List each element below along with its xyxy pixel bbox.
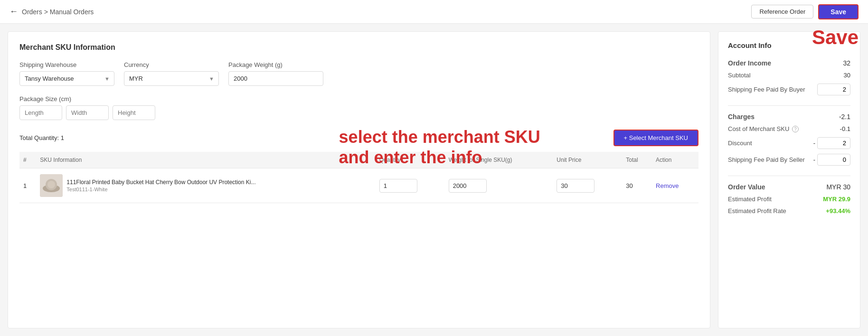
reference-order-button[interactable]: Reference Order bbox=[751, 5, 813, 19]
order-income-section: Order Income 32 Subtotal 30 Shipping Fee… bbox=[728, 57, 850, 98]
sku-info-inner: 111Floral Printed Baby Bucket Hat Cherry… bbox=[40, 174, 371, 197]
sku-thumbnail bbox=[40, 174, 63, 197]
subtotal-row: Subtotal 30 bbox=[728, 69, 850, 81]
col-index: # bbox=[19, 152, 36, 168]
estimated-profit-label: Estimated Profit bbox=[728, 196, 772, 203]
divider-2 bbox=[728, 176, 850, 176]
cost-merchant-sku-value: -0.1 bbox=[840, 125, 850, 132]
currency-select[interactable]: MYR bbox=[124, 71, 219, 86]
weight-cell bbox=[445, 168, 553, 203]
package-size-group: Package Size (cm) bbox=[19, 95, 155, 120]
discount-dash: - bbox=[813, 140, 815, 147]
back-arrow-icon[interactable]: ← bbox=[9, 7, 18, 17]
estimated-profit-value: MYR 29.9 bbox=[823, 196, 850, 203]
discount-input[interactable] bbox=[817, 137, 850, 149]
charges-label: Charges bbox=[728, 113, 755, 121]
right-panel: Account Info Order Income 32 Subtotal 30… bbox=[718, 31, 860, 328]
col-sku-info: SKU Information bbox=[36, 152, 375, 168]
size-inputs bbox=[19, 105, 155, 120]
discount-row: Discount - bbox=[728, 135, 850, 151]
shipping-fee-seller-dash: - bbox=[813, 156, 815, 163]
currency-label: Currency bbox=[124, 61, 219, 68]
cost-merchant-sku-row: Cost of Merchant SKU ? -0.1 bbox=[728, 123, 850, 135]
sku-table-body: 1 bbox=[19, 168, 698, 203]
table-row: 1 bbox=[19, 168, 698, 203]
col-unit-price: Unit Price bbox=[553, 152, 622, 168]
discount-value-group: - bbox=[813, 137, 850, 149]
order-value-row: Order Value MYR 30 bbox=[728, 181, 850, 193]
length-input[interactable] bbox=[19, 105, 62, 120]
package-size-label: Package Size (cm) bbox=[19, 95, 155, 103]
cost-merchant-sku-label: Cost of Merchant SKU ? bbox=[728, 125, 799, 132]
charges-row: Charges -2.1 bbox=[728, 111, 850, 123]
shipping-fee-seller-row: Shipping Fee Paid By Seller - bbox=[728, 151, 850, 168]
top-bar-actions: Reference Order Save bbox=[751, 4, 859, 19]
estimated-profit-rate-row: Estimated Profit Rate +93.44% bbox=[728, 205, 850, 217]
unit-price-input[interactable] bbox=[557, 179, 594, 193]
order-income-value: 32 bbox=[843, 59, 850, 67]
sku-info-cell: 111Floral Printed Baby Bucket Hat Cherry… bbox=[36, 168, 375, 203]
estimated-profit-row: Estimated Profit MYR 29.9 bbox=[728, 193, 850, 205]
svg-point-3 bbox=[47, 181, 55, 188]
row-index: 1 bbox=[19, 168, 36, 203]
col-total: Total bbox=[622, 152, 652, 168]
total-qty-label: Total Quantity: 1 bbox=[19, 134, 64, 141]
save-button[interactable]: Save bbox=[818, 4, 859, 19]
total-cell: 30 bbox=[622, 168, 652, 203]
select-merchant-sku-button[interactable]: + Select Merchant SKU bbox=[613, 130, 698, 146]
sku-thumb-image bbox=[40, 174, 63, 197]
estimated-profit-rate-label: Estimated Profit Rate bbox=[728, 207, 786, 215]
shipping-fee-seller-value-group: - bbox=[813, 154, 850, 166]
shipping-warehouse-group: Shipping Warehouse Tansy Warehouse ▼ bbox=[19, 61, 114, 86]
sku-table-header: # SKU Information Quantity Weight for Si… bbox=[19, 152, 698, 168]
left-panel: Merchant SKU Information Shipping Wareho… bbox=[8, 31, 710, 328]
col-quantity: Quantity bbox=[376, 152, 445, 168]
total-qty-row: Total Quantity: 1 + Select Merchant SKU bbox=[19, 130, 698, 146]
table-header-row: # SKU Information Quantity Weight for Si… bbox=[19, 152, 698, 168]
sku-variant: Test0111-1-White bbox=[66, 187, 255, 192]
order-value-section: Order Value MYR 30 Estimated Profit MYR … bbox=[728, 181, 850, 217]
remove-link[interactable]: Remove bbox=[656, 182, 679, 189]
shipping-fee-buyer-label: Shipping Fee Paid By Buyer bbox=[728, 86, 805, 93]
order-income-row: Order Income 32 bbox=[728, 57, 850, 69]
shipping-warehouse-label: Shipping Warehouse bbox=[19, 61, 114, 68]
order-value-value: MYR 30 bbox=[826, 183, 850, 191]
action-cell: Remove bbox=[652, 168, 698, 203]
discount-label: Discount bbox=[728, 140, 752, 147]
weight-input[interactable] bbox=[449, 179, 487, 193]
currency-select-wrapper[interactable]: MYR ▼ bbox=[124, 71, 219, 86]
shipping-fee-seller-input[interactable] bbox=[817, 154, 850, 166]
col-weight: Weight for Single SKU(g) bbox=[445, 152, 553, 168]
order-value-label: Order Value bbox=[728, 183, 765, 191]
package-weight-group: Package Weight (g) bbox=[228, 61, 323, 86]
currency-group: Currency MYR ▼ bbox=[124, 61, 219, 86]
section-title: Merchant SKU Information bbox=[19, 43, 698, 52]
col-action: Action bbox=[652, 152, 698, 168]
form-row-1: Shipping Warehouse Tansy Warehouse ▼ Cur… bbox=[19, 61, 698, 86]
estimated-profit-rate-value: +93.44% bbox=[826, 207, 850, 215]
shipping-warehouse-select-wrapper[interactable]: Tansy Warehouse ▼ bbox=[19, 71, 114, 86]
quantity-input[interactable] bbox=[379, 179, 417, 193]
quantity-cell bbox=[376, 168, 445, 203]
sku-table: # SKU Information Quantity Weight for Si… bbox=[19, 152, 698, 203]
divider-1 bbox=[728, 105, 850, 106]
main-layout: Merchant SKU Information Shipping Wareho… bbox=[0, 24, 868, 336]
charges-section: Charges -2.1 Cost of Merchant SKU ? -0.1… bbox=[728, 111, 850, 168]
breadcrumb-area: ← Orders > Manual Orders bbox=[9, 7, 94, 17]
charges-value: -2.1 bbox=[839, 113, 850, 121]
package-weight-input[interactable] bbox=[228, 71, 323, 86]
shipping-warehouse-select[interactable]: Tansy Warehouse bbox=[19, 71, 114, 86]
unit-price-cell bbox=[553, 168, 622, 203]
height-input[interactable] bbox=[113, 105, 155, 120]
order-income-label: Order Income bbox=[728, 59, 771, 67]
subtotal-value: 30 bbox=[844, 72, 850, 79]
shipping-fee-buyer-input[interactable] bbox=[817, 84, 850, 95]
top-bar: ← Orders > Manual Orders Reference Order… bbox=[0, 0, 868, 24]
help-icon: ? bbox=[792, 126, 799, 132]
package-weight-label: Package Weight (g) bbox=[228, 61, 323, 68]
account-info-title: Account Info bbox=[728, 41, 850, 49]
width-input[interactable] bbox=[66, 105, 109, 120]
sku-name: 111Floral Printed Baby Bucket Hat Cherry… bbox=[66, 179, 255, 186]
subtotal-label: Subtotal bbox=[728, 72, 751, 79]
breadcrumb: Orders > Manual Orders bbox=[22, 8, 94, 16]
